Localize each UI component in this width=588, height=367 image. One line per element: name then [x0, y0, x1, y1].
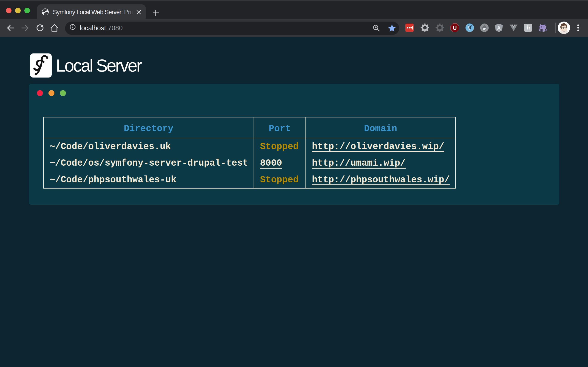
- svg-text:h: h: [527, 24, 530, 31]
- svg-text:U: U: [453, 25, 457, 31]
- svg-text:A: A: [497, 25, 501, 31]
